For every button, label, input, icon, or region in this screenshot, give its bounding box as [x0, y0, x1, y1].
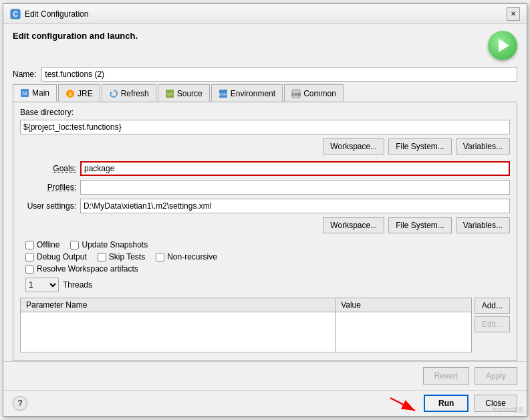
non-recursive-checkbox[interactable]: [156, 253, 164, 261]
checkboxes-section: Offline Update Snapshots Debug Output Sk…: [20, 240, 510, 274]
offline-label: Offline: [37, 240, 59, 249]
play-icon: [499, 39, 509, 52]
title-bar-left: C Edit Configuration: [10, 9, 88, 19]
skip-tests-label: Skip Tests: [109, 252, 145, 261]
bottom-bar: Revert Apply: [3, 361, 527, 390]
revert-button[interactable]: Revert: [423, 367, 469, 385]
source-tab-icon: </>: [165, 89, 174, 98]
config-icon: C: [10, 9, 21, 19]
debug-output-checkbox[interactable]: [25, 253, 34, 261]
svg-text:M: M: [23, 90, 27, 96]
tab-common-label: Common: [303, 89, 336, 98]
skip-tests-checkbox[interactable]: [98, 253, 106, 261]
dialog-title: Edit Configuration: [25, 9, 88, 19]
tab-content-main: Base directory: Workspace... File System…: [13, 102, 517, 361]
environment-tab-icon: ENV: [219, 89, 228, 98]
filesystem-button-2[interactable]: File System...: [388, 217, 452, 233]
footer: ? Run Close 51CTO博客: [3, 390, 527, 416]
resolve-workspace-checkbox[interactable]: [25, 265, 34, 274]
tab-environment[interactable]: ENV Environment: [211, 84, 283, 102]
run-button[interactable]: Run: [424, 395, 469, 412]
red-arrow-icon: [387, 395, 420, 415]
tab-refresh[interactable]: Refresh: [102, 84, 156, 102]
tab-source-label: Source: [177, 89, 203, 98]
svg-text:ENV: ENV: [219, 92, 227, 96]
tab-source[interactable]: </> Source: [158, 84, 210, 102]
close-button[interactable]: ✕: [507, 7, 520, 21]
profiles-row: Profiles:: [20, 180, 510, 195]
goals-label: Goals:: [20, 164, 80, 173]
checkbox-row-2: Debug Output Skip Tests Non-recursive: [25, 252, 510, 261]
threads-select[interactable]: 1 2 4: [25, 278, 59, 292]
resolve-workspace-label: Resolve Workspace artifacts: [37, 264, 138, 274]
help-button[interactable]: ?: [13, 396, 27, 411]
checkbox-row-1: Offline Update Snapshots: [25, 240, 510, 249]
debug-output-label: Debug Output: [37, 252, 87, 261]
non-recursive-label: Non-recursive: [167, 252, 217, 261]
update-snapshots-label: Update Snapshots: [82, 240, 148, 249]
tab-jre-label: JRE: [78, 89, 93, 98]
dialog-header: Edit configuration and launch.: [3, 24, 527, 64]
user-settings-input[interactable]: [80, 199, 510, 213]
workspace-button-1[interactable]: Workspace...: [323, 138, 384, 154]
user-settings-label: User settings:: [20, 201, 80, 211]
params-table: Parameter Name Value: [20, 298, 472, 352]
params-section: Parameter Name Value Add...: [20, 298, 510, 352]
edit-configuration-dialog: C Edit Configuration ✕ Edit configuratio…: [3, 3, 527, 417]
title-bar: C Edit Configuration ✕: [3, 4, 527, 24]
apply-button[interactable]: Apply: [475, 367, 517, 385]
resolve-workspace-checkbox-label[interactable]: Resolve Workspace artifacts: [25, 264, 138, 274]
params-col-name: Parameter Name: [21, 298, 336, 312]
param-name-cell: [21, 312, 336, 352]
params-table-wrap: Parameter Name Value: [20, 298, 472, 352]
svg-text:C: C: [13, 11, 17, 18]
svg-text:</>: </>: [166, 92, 173, 96]
main-tab-icon: M: [20, 88, 29, 98]
profiles-label: Profiles:: [20, 183, 80, 192]
filesystem-button-1[interactable]: File System...: [388, 138, 452, 154]
jre-tab-icon: J: [65, 89, 75, 98]
header-subtitle: Edit configuration and launch.: [13, 31, 138, 41]
play-button[interactable]: [488, 31, 517, 60]
non-recursive-checkbox-label[interactable]: Non-recursive: [156, 252, 217, 261]
common-tab-icon: CMN: [291, 89, 301, 98]
tab-main[interactable]: M Main: [13, 84, 57, 102]
edit-button[interactable]: Edit...: [475, 316, 510, 332]
variables-button-1[interactable]: Variables...: [456, 138, 510, 154]
tab-environment-label: Environment: [231, 89, 275, 98]
name-label: Name:: [13, 70, 36, 79]
user-settings-row: User settings:: [20, 199, 510, 213]
watermark: 51CTO博客: [493, 406, 524, 415]
update-snapshots-checkbox[interactable]: [70, 241, 79, 249]
tab-jre[interactable]: J JRE: [58, 84, 100, 102]
offline-checkbox[interactable]: [25, 241, 34, 249]
table-row: [21, 312, 472, 352]
debug-output-checkbox-label[interactable]: Debug Output: [25, 252, 87, 261]
update-snapshots-checkbox-label[interactable]: Update Snapshots: [70, 240, 148, 249]
goals-input[interactable]: [80, 161, 510, 176]
offline-checkbox-label[interactable]: Offline: [25, 240, 59, 249]
tab-common[interactable]: CMN Common: [284, 84, 344, 102]
svg-marker-6: [110, 92, 113, 94]
base-dir-button-row: Workspace... File System... Variables...: [20, 138, 510, 154]
main-content: M Main J JRE Refresh: [3, 84, 527, 361]
refresh-tab-icon: [109, 89, 118, 98]
checkbox-row-3: Resolve Workspace artifacts: [25, 264, 510, 274]
svg-text:CMN: CMN: [291, 92, 301, 96]
name-input[interactable]: [41, 67, 517, 82]
add-button[interactable]: Add...: [475, 298, 510, 314]
workspace-button-2[interactable]: Workspace...: [323, 217, 384, 233]
name-row: Name:: [3, 64, 527, 84]
variables-button-2[interactable]: Variables...: [456, 217, 510, 233]
user-settings-button-row: Workspace... File System... Variables...: [20, 217, 510, 233]
params-buttons: Add... Edit...: [475, 298, 510, 352]
svg-line-14: [390, 398, 415, 411]
skip-tests-checkbox-label[interactable]: Skip Tests: [98, 252, 145, 261]
threads-label: Threads: [63, 280, 92, 290]
goals-row: Goals:: [20, 161, 510, 176]
tab-refresh-label: Refresh: [121, 89, 149, 98]
tabs-bar: M Main J JRE Refresh: [13, 84, 517, 102]
tab-main-label: Main: [32, 88, 49, 98]
base-directory-input[interactable]: [20, 120, 510, 134]
profiles-input[interactable]: [80, 180, 510, 195]
